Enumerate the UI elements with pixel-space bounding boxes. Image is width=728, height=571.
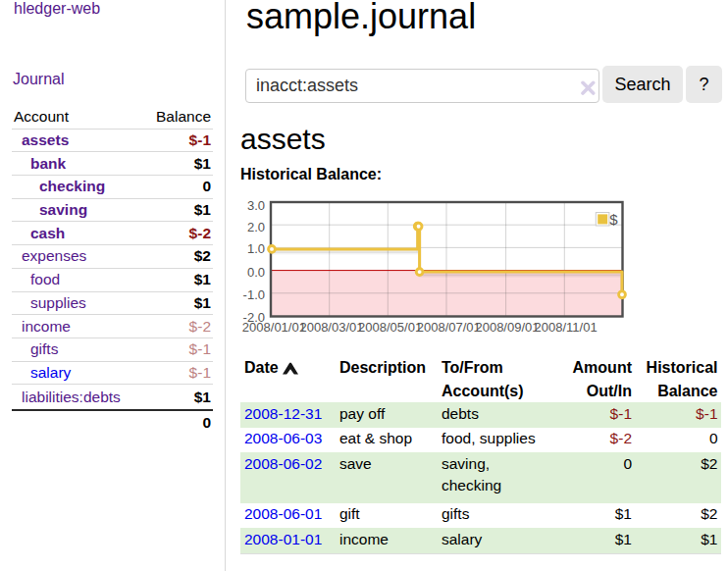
svg-text:$: $ — [609, 211, 618, 228]
svg-text:2008/03/01: 2008/03/01 — [299, 320, 363, 335]
svg-text:2008/07/01: 2008/07/01 — [417, 320, 481, 335]
svg-text:2008/05/01: 2008/05/01 — [358, 320, 422, 335]
svg-text:-1.0: -1.0 — [243, 287, 265, 302]
svg-text:2008/01/01: 2008/01/01 — [242, 320, 306, 335]
svg-text:2.0: 2.0 — [247, 220, 265, 234]
svg-text:1.0: 1.0 — [247, 241, 265, 256]
svg-text:2008/09/01: 2008/09/01 — [475, 320, 539, 335]
svg-text:2008/11/01: 2008/11/01 — [535, 320, 598, 335]
svg-text:0.0: 0.0 — [247, 265, 265, 280]
svg-text:3.0: 3.0 — [247, 198, 265, 213]
